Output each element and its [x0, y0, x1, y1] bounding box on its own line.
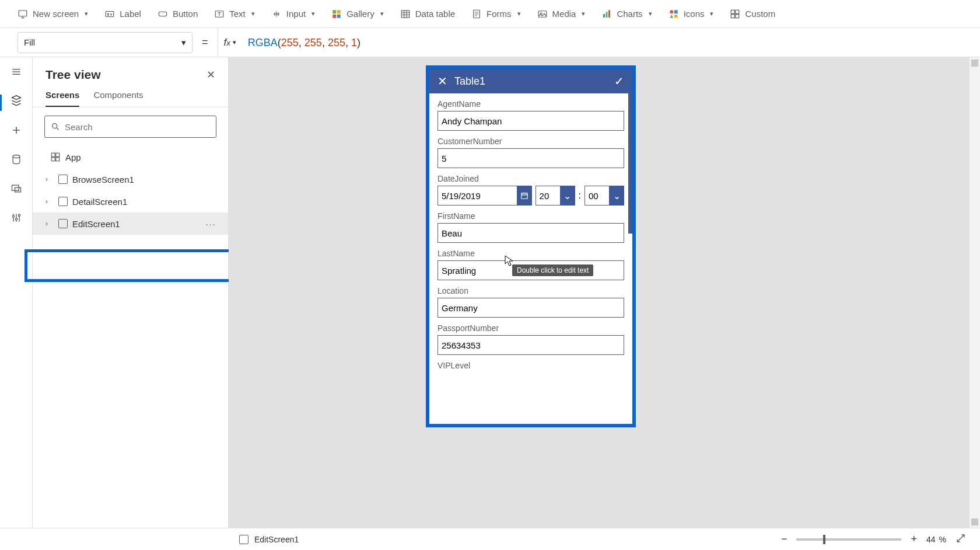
gallery-button[interactable]: Gallery ▾ [331, 9, 384, 19]
location-input[interactable]: Germany [438, 298, 624, 318]
svg-rect-19 [736, 10, 739, 13]
fn-name: RGBA [248, 37, 278, 48]
button-label: Button [173, 9, 198, 19]
tree-node-label: EditScreen1 [72, 219, 120, 229]
field-label: DateJoined [438, 174, 624, 183]
gallery-label: Gallery [346, 9, 374, 19]
status-bar: EditScreen1 − + 44 % [0, 528, 980, 550]
check-icon[interactable]: ✓ [614, 74, 624, 88]
charts-button[interactable]: Charts ▾ [601, 9, 652, 19]
field-label: PassportNumber [438, 323, 624, 333]
media-button[interactable]: Media ▾ [537, 9, 586, 19]
custom-button[interactable]: Custom [730, 9, 775, 19]
chevron-down-icon: ▾ [517, 10, 521, 18]
svg-rect-16 [674, 10, 677, 13]
media-icon [537, 9, 548, 19]
custom-icon [730, 9, 740, 19]
canvas-scrollbar[interactable] [970, 57, 980, 528]
tree-title: Tree view [46, 68, 101, 82]
field-viplevel: VIPLevel [438, 361, 624, 370]
passportnumber-input[interactable]: 25634353 [438, 335, 624, 355]
svg-rect-32 [56, 158, 60, 161]
more-icon[interactable]: ··· [205, 219, 216, 229]
scroll-up-icon[interactable] [971, 60, 978, 67]
firstname-input[interactable]: Beau [438, 223, 624, 243]
zoom-slider[interactable] [796, 538, 901, 541]
tab-screens[interactable]: Screens [46, 90, 79, 107]
property-selector[interactable]: Fill ▾ [18, 32, 192, 53]
datatable-icon [400, 9, 411, 19]
label-label: Label [120, 9, 141, 19]
input-label: Input [286, 9, 306, 19]
svg-rect-30 [56, 153, 60, 156]
media-icon[interactable] [10, 182, 23, 195]
tree-node-app[interactable]: App [33, 146, 228, 168]
insert-icon[interactable] [10, 124, 23, 137]
icons-icon [668, 9, 679, 19]
svg-point-15 [670, 10, 673, 13]
label-button[interactable]: Label [104, 9, 141, 19]
forms-button[interactable]: Forms ▾ [471, 9, 521, 19]
tab-components[interactable]: Components [93, 90, 143, 107]
tree-node-editscreen[interactable]: › EditScreen1 ··· [33, 213, 228, 235]
equals-sign: = [198, 36, 212, 48]
lastname-input[interactable]: Spratling [438, 260, 624, 280]
close-icon[interactable]: ✕ [206, 68, 215, 81]
field-label: VIPLevel [438, 361, 624, 370]
tree-search[interactable] [44, 116, 216, 138]
zoom-in-button[interactable]: + [911, 533, 917, 545]
svg-rect-21 [736, 14, 739, 18]
tree-node-label: DetailScreen1 [72, 197, 127, 207]
search-input[interactable] [65, 122, 210, 132]
fit-screen-icon[interactable] [956, 533, 966, 545]
hamburger-icon[interactable] [10, 65, 23, 78]
agentname-input[interactable]: Andy Champan [438, 111, 624, 131]
text-button[interactable]: Text ▾ [214, 9, 255, 19]
datatable-button[interactable]: Data table [400, 9, 455, 19]
field-label: CustomerNumber [438, 137, 624, 146]
zoom-value: 44 [926, 535, 936, 544]
fx-button[interactable]: fx ▾ [218, 28, 242, 57]
button-button[interactable]: Button [158, 9, 198, 19]
new-screen-button[interactable]: New screen ▾ [18, 9, 88, 19]
field-agentname: AgentName Andy Champan [438, 99, 624, 131]
scroll-down-icon[interactable] [971, 518, 978, 525]
svg-rect-7 [337, 14, 341, 18]
form-scrollbar[interactable] [628, 93, 632, 234]
data-icon[interactable] [10, 153, 23, 166]
expand-icon[interactable]: › [46, 197, 54, 206]
design-canvas[interactable]: ✕ Table1 ✓ AgentName Andy Champan Custom… [229, 57, 980, 528]
chevron-down-icon[interactable]: ⌄ [560, 186, 575, 206]
tree-node-detailscreen[interactable]: › DetailScreen1 [33, 190, 228, 213]
chevron-down-icon: ▾ [710, 10, 713, 18]
svg-rect-31 [51, 158, 55, 161]
input-button[interactable]: Input ▾ [271, 9, 315, 19]
calendar-icon[interactable] [517, 186, 532, 206]
svg-rect-4 [332, 10, 336, 13]
field-label: Location [438, 286, 624, 295]
chevron-down-icon[interactable]: ⌄ [609, 186, 624, 206]
advanced-icon[interactable] [10, 211, 23, 224]
expand-icon[interactable]: › [46, 175, 54, 183]
fx-label: fx [224, 37, 230, 48]
svg-rect-8 [401, 11, 410, 18]
slider-knob[interactable] [823, 535, 825, 544]
expand-icon[interactable]: › [46, 220, 54, 228]
zoom-out-button[interactable]: − [781, 533, 788, 545]
svg-point-25 [12, 215, 14, 217]
icons-label: Icons [684, 9, 705, 19]
tree-node-browsescreen[interactable]: › BrowseScreen1 [33, 168, 228, 190]
formula-expression[interactable]: RGBA(255, 255, 255, 1) [248, 36, 360, 49]
edit-form: AgentName Andy Champan CustomerNumber 5 … [429, 93, 632, 424]
status-screen-name: EditScreen1 [254, 535, 299, 544]
customernumber-input[interactable]: 5 [438, 148, 624, 168]
svg-point-26 [15, 218, 17, 220]
tree-view-icon[interactable] [10, 95, 23, 107]
svg-rect-20 [732, 14, 735, 18]
icons-button[interactable]: Icons ▾ [668, 9, 714, 19]
new-screen-label: New screen [33, 9, 79, 19]
chevron-down-icon: ▾ [649, 10, 652, 18]
svg-rect-5 [337, 10, 341, 13]
close-icon[interactable]: ✕ [438, 74, 447, 88]
tree-view-panel: Tree view ✕ Screens Components App › Bro… [33, 57, 229, 528]
